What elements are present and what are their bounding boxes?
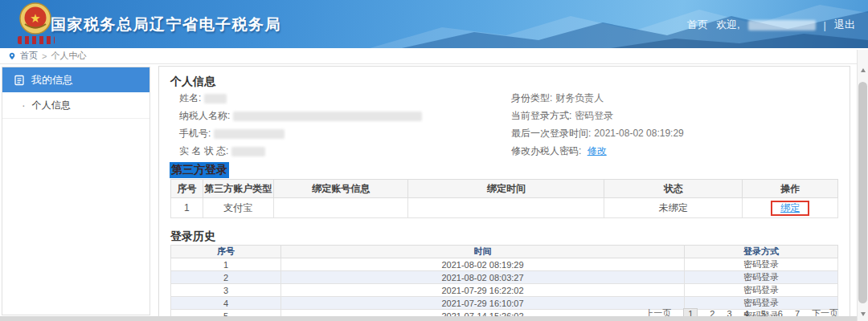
third-party-header-row: 序号 第三方账户类型 绑定账号信息 绑定时间 状态 操作 xyxy=(171,180,838,198)
welcome-label: 欢迎, xyxy=(716,18,740,32)
change-password-link[interactable]: 修改 xyxy=(588,145,607,156)
cell-action: 绑定 xyxy=(743,198,838,218)
breadcrumb-home[interactable]: 首页 xyxy=(20,50,38,62)
document-icon xyxy=(14,75,25,86)
sidebar-header-my-info[interactable]: 我的信息 xyxy=(2,67,149,92)
col-account-type: 第三方账户类型 xyxy=(203,180,273,198)
redacted-username xyxy=(748,20,816,30)
redacted-name xyxy=(204,94,227,104)
sidebar-item-label: 个人信息 xyxy=(32,99,71,112)
field-last-login-time-value: 2021-08-02 08:19:29 xyxy=(594,128,683,139)
cell-method: 密码登录 xyxy=(685,258,838,271)
redacted-phone xyxy=(214,129,285,139)
field-identity-type-label: 身份类型: xyxy=(511,92,552,104)
personal-info-left-column: 姓名: 纳税人名称: 手机号: 实 名 状 态: xyxy=(179,89,422,160)
emblem-calligraphy xyxy=(18,36,55,44)
field-name-label: 姓名: xyxy=(179,92,201,104)
cell-time: 2021-08-02 08:03:27 xyxy=(280,271,684,284)
breadcrumb: 首页 > 个人中心 xyxy=(0,48,857,64)
scrollbar-thumb[interactable] xyxy=(858,82,867,303)
cell-method: 密码登录 xyxy=(685,284,838,297)
field-taxpayer-name-label: 纳税人名称: xyxy=(179,110,230,121)
redacted-realname-status xyxy=(231,147,265,156)
site-title: 国家税务总局辽宁省电子税务局 xyxy=(51,14,281,35)
col-seq: 序号 xyxy=(171,180,203,198)
header-nav: 首页 欢迎, | 退出 xyxy=(687,18,855,32)
col-status: 状态 xyxy=(604,180,743,198)
field-name: 姓名: xyxy=(179,89,422,107)
breadcrumb-separator: > xyxy=(42,51,47,61)
main-panel: 个人信息 姓名: 纳税人名称: 手机号: 实 名 状 态: 身份类型:财务负责人… xyxy=(158,66,850,317)
cell-seq: 1 xyxy=(171,258,281,271)
login-history-row: 1 2021-08-02 08:19:29 密码登录 xyxy=(171,258,838,271)
field-realname-status: 实 名 状 态: xyxy=(179,142,422,160)
scroll-up-arrow-icon[interactable] xyxy=(858,64,868,75)
field-phone-label: 手机号: xyxy=(179,128,211,139)
vertical-scrollbar[interactable] xyxy=(857,50,868,321)
cell-seq: 1 xyxy=(171,198,203,218)
red-annotation-box: 绑定 xyxy=(771,201,809,216)
cell-seq: 3 xyxy=(171,284,281,297)
cell-bind-time xyxy=(408,198,604,218)
bind-link[interactable]: 绑定 xyxy=(780,202,800,213)
cell-method: 密码登录 xyxy=(685,271,838,284)
col-account-info: 绑定账号信息 xyxy=(273,180,408,198)
login-history-header-row: 序号 时间 登录方式 xyxy=(171,246,838,258)
field-last-login-time: 最后一次登录时间:2021-08-02 08:19:29 xyxy=(511,124,684,142)
cell-account-info xyxy=(273,198,408,218)
field-login-method-label: 当前登录方式: xyxy=(511,110,571,121)
nav-home-link[interactable]: 首页 xyxy=(687,18,708,32)
field-identity-type: 身份类型:财务负责人 xyxy=(511,89,684,107)
third-party-login-title: 第三方登录 xyxy=(170,162,229,178)
field-identity-type-value: 财务负责人 xyxy=(555,92,604,104)
login-history-row: 3 2021-07-29 16:22:02 密码登录 xyxy=(171,284,838,297)
login-history-title: 登录历史 xyxy=(170,230,215,244)
tax-bureau-emblem-icon: ★ xyxy=(19,2,51,35)
col-bind-time: 绑定时间 xyxy=(408,180,604,198)
redacted-taxpayer-name xyxy=(233,112,422,121)
top-header: ★ 国家税务总局辽宁省电子税务局 首页 欢迎, | 退出 xyxy=(0,0,868,48)
personal-info-right-column: 身份类型:财务负责人 当前登录方式:密码登录 最后一次登录时间:2021-08-… xyxy=(511,89,684,160)
logout-link[interactable]: 退出 xyxy=(834,18,855,32)
cell-time: 2021-07-29 16:10:07 xyxy=(280,297,684,310)
breadcrumb-current: 个人中心 xyxy=(51,50,86,62)
scroll-down-arrow-icon[interactable] xyxy=(858,308,868,319)
cell-time: 2021-08-02 08:19:29 xyxy=(280,258,684,271)
svg-text:★: ★ xyxy=(30,11,40,25)
cell-seq: 2 xyxy=(171,271,281,284)
location-pin-icon xyxy=(8,51,16,61)
cell-seq: 4 xyxy=(171,297,281,310)
field-phone: 手机号: xyxy=(179,124,422,142)
field-change-password: 修改办税人密码: 修改 xyxy=(511,142,684,160)
login-history-row: 2 2021-08-02 08:03:27 密码登录 xyxy=(171,271,838,284)
nav-divider: | xyxy=(824,19,826,31)
field-login-method: 当前登录方式:密码登录 xyxy=(511,107,684,124)
cell-time: 2021-07-29 16:22:02 xyxy=(280,284,684,297)
cell-account-type: 支付宝 xyxy=(203,198,273,218)
col-seq: 序号 xyxy=(171,246,281,258)
col-time: 时间 xyxy=(280,246,684,258)
page-bottom-strip xyxy=(0,316,868,321)
field-realname-status-label: 实 名 状 态: xyxy=(179,145,228,156)
third-party-table: 序号 第三方账户类型 绑定账号信息 绑定时间 状态 操作 1 支付宝 未绑定 绑… xyxy=(170,179,838,218)
field-login-method-value: 密码登录 xyxy=(575,110,613,121)
field-change-password-label: 修改办税人密码: xyxy=(511,145,581,156)
col-login-method: 登录方式 xyxy=(685,246,838,258)
field-last-login-time-label: 最后一次登录时间: xyxy=(511,128,591,139)
sidebar-item-personal-info[interactable]: · 个人信息 xyxy=(2,92,149,119)
sidebar-header-label: 我的信息 xyxy=(31,73,73,87)
status-unbound-label: 未绑定 xyxy=(604,198,743,218)
third-party-row-alipay: 1 支付宝 未绑定 绑定 xyxy=(171,198,838,218)
field-taxpayer-name: 纳税人名称: xyxy=(179,107,422,124)
personal-info-title: 个人信息 xyxy=(170,75,215,89)
bullet-icon: · xyxy=(22,100,26,111)
sidebar: 我的信息 · 个人信息 xyxy=(2,67,150,315)
col-action: 操作 xyxy=(743,180,838,198)
